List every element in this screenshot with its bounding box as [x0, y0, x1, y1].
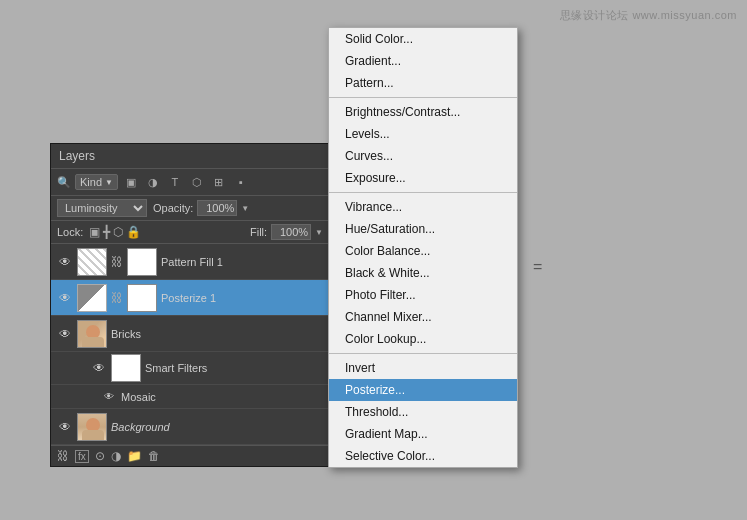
eye-icon-pattern[interactable]: 👁	[57, 254, 73, 270]
thumb-background	[77, 413, 107, 441]
eye-icon-mosaic[interactable]: 👁	[101, 389, 117, 405]
layers-panel-title: Layers	[59, 149, 95, 163]
menu-item-gradient-map[interactable]: Gradient Map...	[329, 423, 517, 445]
menu-item-threshold[interactable]: Threshold...	[329, 401, 517, 423]
menu-separator-3	[329, 353, 517, 354]
layer-row-mosaic[interactable]: 👁 Mosaic	[51, 385, 329, 409]
thumb-bricks	[77, 320, 107, 348]
trash-icon[interactable]: 🗑	[148, 449, 160, 463]
menu-item-posterize[interactable]: Posterize...	[329, 379, 517, 401]
layers-panel: Layers 🔍 Kind ▼ ▣ ◑ T ⬡ ⊞ ▪ Luminosity O…	[50, 143, 330, 467]
layer-name-mosaic: Mosaic	[121, 391, 323, 403]
lock-move-icon[interactable]: ╋	[103, 225, 110, 239]
watermark: 思缘设计论坛 www.missyuan.com	[560, 8, 737, 23]
fill-input[interactable]	[271, 224, 311, 240]
opacity-row: Opacity: ▼	[153, 200, 249, 216]
fill-section: Fill: ▼	[250, 224, 323, 240]
shape-icon[interactable]: ⬡	[188, 173, 206, 191]
layers-title-bar: Layers	[51, 144, 329, 169]
layer-row-pattern-fill[interactable]: 👁 ⛓ Pattern Fill 1	[51, 244, 329, 280]
layer-row-background[interactable]: 👁 Background	[51, 409, 329, 445]
lock-all-icon[interactable]: 🔒	[126, 225, 141, 239]
lock-fill-row: Lock: ▣ ╋ ⬡ 🔒 Fill: ▼	[51, 221, 329, 244]
menu-separator-2	[329, 192, 517, 193]
fill-arrow: ▼	[315, 228, 323, 237]
menu-item-exposure[interactable]: Exposure...	[329, 167, 517, 189]
layer-name-background: Background	[111, 421, 323, 433]
mask-icon[interactable]: ⊙	[95, 449, 105, 463]
layers-toolbar: 🔍 Kind ▼ ▣ ◑ T ⬡ ⊞ ▪	[51, 169, 329, 196]
blend-mode-select[interactable]: Luminosity	[57, 199, 147, 217]
layer-row-posterize[interactable]: 👁 ⛓ Posterize 1	[51, 280, 329, 316]
lock-icons: ▣ ╋ ⬡ 🔒	[89, 225, 141, 239]
menu-item-pattern[interactable]: Pattern...	[329, 72, 517, 94]
menu-item-color-lookup[interactable]: Color Lookup...	[329, 328, 517, 350]
search-icon: 🔍	[57, 176, 71, 189]
fx-icon[interactable]: fx	[75, 450, 89, 463]
layer-name-smart-filters: Smart Filters	[145, 362, 323, 374]
chain-pattern: ⛓	[111, 255, 123, 269]
lock-pixel-icon[interactable]: ▣	[89, 225, 100, 239]
chain-posterize: ⛓	[111, 291, 123, 305]
folder-icon[interactable]: 📁	[127, 449, 142, 463]
dropdown-menu: Solid Color... Gradient... Pattern... Br…	[328, 27, 518, 468]
opacity-label: Opacity:	[153, 202, 193, 214]
kind-selector[interactable]: Kind ▼	[75, 174, 118, 190]
pixel-icon[interactable]: ▣	[122, 173, 140, 191]
smartobject-icon[interactable]: ⊞	[210, 173, 228, 191]
layer-row-bricks[interactable]: 👁 Bricks	[51, 316, 329, 352]
lock-artboard-icon[interactable]: ⬡	[113, 225, 123, 239]
menu-item-solid-color[interactable]: Solid Color...	[329, 28, 517, 50]
thumb-posterize-mask	[127, 284, 157, 312]
layer-name-bricks: Bricks	[111, 328, 323, 340]
kind-label: Kind	[80, 176, 102, 188]
thumb-posterize	[77, 284, 107, 312]
menu-item-channel-mixer[interactable]: Channel Mixer...	[329, 306, 517, 328]
menu-item-vibrance[interactable]: Vibrance...	[329, 196, 517, 218]
layer-row-smart-filters[interactable]: 👁 Smart Filters	[51, 352, 329, 385]
adjustment-layer-icon[interactable]: ◑	[111, 449, 121, 463]
menu-item-brightness[interactable]: Brightness/Contrast...	[329, 101, 517, 123]
layers-bottom-bar: ⛓ fx ⊙ ◑ 📁 🗑	[51, 445, 329, 466]
menu-item-selective-color[interactable]: Selective Color...	[329, 445, 517, 467]
menu-item-invert[interactable]: Invert	[329, 357, 517, 379]
eye-icon-posterize[interactable]: 👁	[57, 290, 73, 306]
thumb-pattern-mask	[127, 248, 157, 276]
adjustment-icon[interactable]: ◑	[144, 173, 162, 191]
eye-icon-bricks[interactable]: 👁	[57, 326, 73, 342]
type-icon[interactable]: T	[166, 173, 184, 191]
fill-label: Fill:	[250, 226, 267, 238]
more-icon[interactable]: ▪	[232, 173, 250, 191]
menu-item-hue-saturation[interactable]: Hue/Saturation...	[329, 218, 517, 240]
thumb-smart-filters	[111, 354, 141, 382]
thumb-pattern-fill	[77, 248, 107, 276]
blend-mode-row: Luminosity Opacity: ▼	[51, 196, 329, 221]
menu-item-color-balance[interactable]: Color Balance...	[329, 240, 517, 262]
menu-item-curves[interactable]: Curves...	[329, 145, 517, 167]
menu-item-levels[interactable]: Levels...	[329, 123, 517, 145]
menu-separator-1	[329, 97, 517, 98]
opacity-arrow: ▼	[241, 204, 249, 213]
layer-name-pattern-fill: Pattern Fill 1	[161, 256, 323, 268]
menu-item-photo-filter[interactable]: Photo Filter...	[329, 284, 517, 306]
kind-dropdown-arrow: ▼	[105, 178, 113, 187]
menu-item-black-white[interactable]: Black & White...	[329, 262, 517, 284]
equals-sign: =	[533, 258, 542, 276]
eye-icon-smart-filters[interactable]: 👁	[91, 360, 107, 376]
link-icon[interactable]: ⛓	[57, 449, 69, 463]
menu-item-gradient[interactable]: Gradient...	[329, 50, 517, 72]
layer-name-posterize: Posterize 1	[161, 292, 323, 304]
eye-icon-background[interactable]: 👁	[57, 419, 73, 435]
lock-label: Lock:	[57, 226, 83, 238]
opacity-input[interactable]	[197, 200, 237, 216]
